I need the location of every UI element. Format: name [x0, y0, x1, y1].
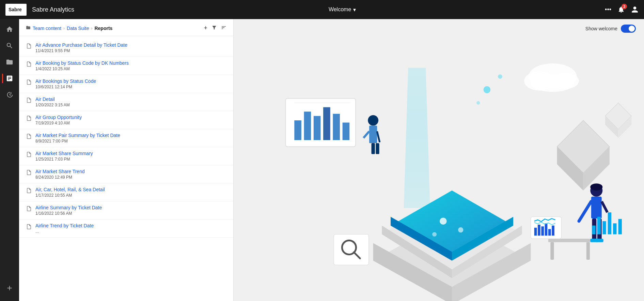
- svg-rect-18: [314, 116, 321, 140]
- svg-line-45: [579, 201, 591, 221]
- report-name: Air, Car, Hotel, Rail, & Sea Detail: [35, 187, 105, 192]
- list-item[interactable]: Air, Car, Hotel, Rail, & Sea Detail 1/17…: [19, 183, 233, 201]
- report-date: 7/19/2019 4:10 AM: [35, 121, 82, 125]
- list-item[interactable]: Air Detail 1/20/2022 3:15 AM: [19, 93, 233, 111]
- report-date: 10/6/2021 12:14 PM: [35, 85, 96, 89]
- breadcrumb-filter-button[interactable]: [211, 25, 217, 32]
- list-item[interactable]: Air Market Pair Summary by Ticket Date 8…: [19, 129, 233, 147]
- sidebar-item-folders[interactable]: [2, 55, 17, 70]
- svg-rect-60: [602, 221, 606, 235]
- notification-count: 3: [622, 4, 627, 9]
- report-icon: [26, 133, 32, 141]
- report-name: Air Booking by Status Code by DK Numbers: [35, 60, 129, 66]
- report-date: 1/16/2022 10:56 AM: [35, 211, 102, 216]
- report-icon: [26, 61, 32, 69]
- more-options-button[interactable]: •••: [605, 6, 611, 13]
- report-date: 8/9/2021 7:00 PM: [35, 139, 120, 144]
- app-title: Sabre Analytics: [32, 6, 74, 13]
- more-icon: •••: [605, 6, 611, 13]
- reports-list: Air Advance Purchase Detail by Ticket Da…: [19, 36, 233, 301]
- list-item[interactable]: Air Market Share Trend 8/24/2020 12:49 P…: [19, 165, 233, 183]
- report-item-info: Air, Car, Hotel, Rail, & Sea Detail 1/17…: [35, 187, 105, 198]
- sidebar-item-search[interactable]: [2, 38, 17, 53]
- report-name: Air Market Pair Summary by Ticket Date: [35, 133, 120, 138]
- svg-rect-44: [591, 197, 602, 219]
- navbar-center: Welcome ▾: [80, 6, 605, 13]
- list-item[interactable]: Air Bookings by Status Code 10/6/2021 12…: [19, 75, 233, 93]
- svg-point-35: [531, 74, 575, 92]
- report-icon: [26, 115, 32, 123]
- report-item-info: Airline Trend by Ticket Date ...: [35, 223, 94, 234]
- report-item-info: Air Market Pair Summary by Ticket Date 8…: [35, 133, 120, 144]
- report-icon: [26, 43, 32, 50]
- report-name: Air Bookings by Status Code: [35, 78, 96, 84]
- svg-rect-53: [538, 225, 540, 236]
- svg-line-25: [363, 131, 369, 138]
- show-welcome-toggle[interactable]: [621, 25, 636, 33]
- report-date: 1/4/2022 10:25 AM: [35, 66, 129, 71]
- svg-rect-55: [545, 223, 548, 236]
- list-item[interactable]: Airline Trend by Ticket Date ...: [19, 220, 233, 238]
- report-date: 8/24/2020 12:49 PM: [35, 175, 85, 180]
- chevron-down-icon: ▾: [353, 6, 356, 13]
- breadcrumb-reports: Reports: [94, 26, 112, 31]
- sidebar-item-home[interactable]: [2, 22, 17, 37]
- report-date: ...: [35, 229, 94, 234]
- list-item[interactable]: Air Advance Purchase Detail by Ticket Da…: [19, 39, 233, 57]
- svg-rect-39: [548, 239, 592, 242]
- list-item[interactable]: Airline Summary by Ticket Date 1/16/2022…: [19, 201, 233, 220]
- report-icon: [26, 79, 32, 87]
- user-profile-button[interactable]: [631, 6, 639, 13]
- sidebar-item-reports[interactable]: [2, 71, 17, 86]
- svg-rect-24: [369, 126, 377, 143]
- svg-rect-17: [304, 111, 311, 140]
- report-icon: [26, 187, 32, 195]
- report-item-info: Air Booking by Status Code by DK Numbers…: [35, 60, 129, 71]
- notifications-button[interactable]: 3: [617, 6, 625, 13]
- report-name: Airline Summary by Ticket Date: [35, 205, 102, 210]
- breadcrumb-data-suite[interactable]: Data Suite: [67, 26, 89, 31]
- report-name: Airline Trend by Ticket Date: [35, 223, 94, 228]
- list-item[interactable]: Air Market Share Summary 1/25/2021 7:03 …: [19, 147, 233, 165]
- list-item[interactable]: Air Group Opportunity 7/19/2019 4:10 AM: [19, 111, 233, 129]
- breadcrumb-add-button[interactable]: +: [204, 25, 207, 32]
- navbar: Sabre Sabre Analytics Welcome ▾ ••• 3: [0, 0, 644, 19]
- report-icon: [26, 206, 32, 213]
- report-date: 1/20/2022 3:15 AM: [35, 103, 70, 107]
- navbar-right: ••• 3: [605, 6, 639, 13]
- report-date: 11/4/2021 9:55 PM: [35, 48, 127, 53]
- logo-area: Sabre Sabre Analytics: [5, 4, 74, 16]
- svg-point-43: [590, 183, 602, 191]
- breadcrumb-sort-button[interactable]: [221, 25, 226, 32]
- illustration-panel: Show welcome: [234, 19, 644, 301]
- svg-rect-41: [586, 242, 590, 259]
- content-panel: Team content › Data Suite › Reports +: [19, 19, 234, 301]
- report-name: Air Group Opportunity: [35, 115, 82, 120]
- welcome-label: Welcome: [329, 6, 351, 13]
- main-area: Team content › Data Suite › Reports +: [0, 19, 644, 301]
- breadcrumb-team-content[interactable]: Team content: [33, 26, 61, 31]
- svg-line-46: [602, 201, 608, 212]
- svg-rect-40: [550, 242, 554, 259]
- welcome-button[interactable]: Welcome ▾: [329, 6, 356, 13]
- breadcrumb-sep-1: ›: [63, 26, 65, 31]
- report-item-info: Air Market Share Summary 1/25/2021 7:03 …: [35, 151, 93, 162]
- svg-marker-2: [404, 68, 430, 208]
- report-date: 1/25/2021 7:03 PM: [35, 157, 93, 162]
- svg-rect-59: [597, 217, 601, 234]
- svg-rect-63: [618, 219, 622, 234]
- svg-rect-27: [372, 143, 375, 154]
- report-date: 1/17/2022 10:55 AM: [35, 193, 105, 198]
- show-welcome-label: Show welcome: [585, 26, 617, 31]
- sidebar-item-history[interactable]: [2, 87, 17, 102]
- svg-rect-19: [323, 107, 330, 140]
- list-item[interactable]: Air Booking by Status Code by DK Numbers…: [19, 57, 233, 75]
- report-name: Air Market Share Trend: [35, 169, 85, 174]
- svg-rect-56: [548, 229, 551, 236]
- svg-point-64: [484, 86, 491, 93]
- svg-rect-54: [541, 226, 544, 236]
- sidebar-add-button[interactable]: [2, 281, 17, 296]
- svg-point-13: [458, 227, 463, 232]
- svg-text:Sabre: Sabre: [9, 7, 22, 12]
- svg-rect-50: [596, 239, 603, 242]
